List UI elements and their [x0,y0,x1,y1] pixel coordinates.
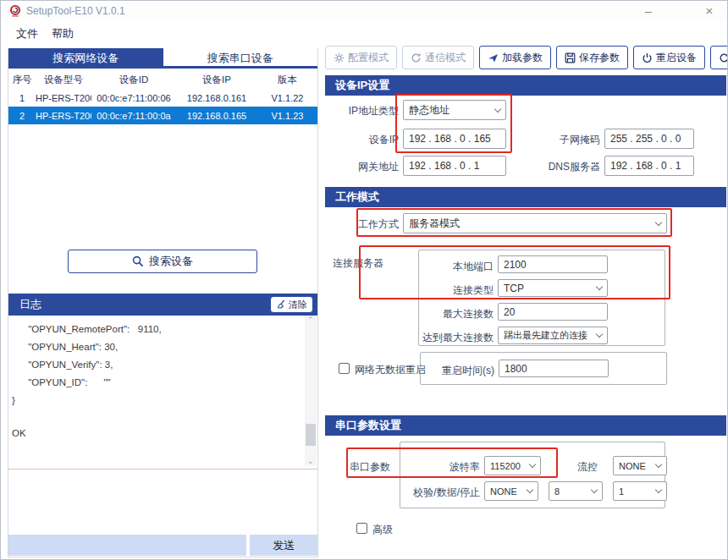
send-input[interactable] [8,535,246,556]
log-title: 日志 [19,298,41,310]
conn-type-dropdown[interactable]: TCP [498,279,608,297]
menu-help[interactable]: 帮助 [47,25,79,43]
broom-icon [276,299,286,310]
minimize-button[interactable]: – [637,3,659,19]
scroll-thumb[interactable] [306,424,316,446]
power-icon [642,52,653,63]
device-ip-input[interactable]: 192 . 168 . 0 . 165 [403,129,506,149]
chevron-down-icon [596,283,603,290]
col-device-ip: 设备IP [176,74,257,86]
work-mode-label: 工作方式 [314,217,399,232]
log-line: "OPYUN_Verify": 3, [8,356,317,374]
table-row[interactable]: 1 HP-ERS-T200 00:0c:e7:11:00:06 192.168.… [8,89,317,107]
app-window: SetupTool-E10 V1.0.1 – × 文件 帮助 搜索网络设备 搜索… [0,0,728,560]
col-model: 设备型号 [36,74,91,86]
parity-data-stop-label: 校验/数据/停止 [395,486,480,500]
log-line: "OPYUN_Heart": 30, [8,338,317,356]
advanced-checkbox[interactable] [356,523,367,534]
chevron-down-icon [591,486,598,493]
menu-file[interactable]: 文件 [11,25,43,43]
section-header-serial-params: 串口参数设置 [325,415,726,436]
restart-device-button[interactable]: 重启设备 [633,46,705,69]
work-mode-dropdown[interactable]: 服务器模式 [403,213,667,233]
title-bar: SetupTool-E10 V1.0.1 – × [1,1,727,21]
search-device-label: 搜索设备 [149,254,193,269]
device-table-header: 序号 设备型号 设备ID 设备IP 版本 [8,71,317,89]
max-conn-label: 最大连接数 [409,307,494,321]
dns-input[interactable]: 192 . 168 . 0 . 1 [604,156,694,176]
send-button[interactable]: 发送 [250,535,317,556]
section-header-device-ip: 设备IP设置 [325,75,726,96]
flow-dropdown[interactable]: NONE [613,456,667,475]
flow-label: 流控 [555,460,598,475]
local-port-input[interactable]: 2100 [498,255,608,273]
close-button[interactable]: × [698,3,720,19]
baud-label: 波特率 [412,460,480,475]
restore-defaults-button[interactable]: 恢复默认设置 [710,46,728,69]
save-params-button[interactable]: 保存参数 [556,46,628,69]
max-conn-policy-label: 达到最大连接数 [400,331,494,345]
comm-mode-button[interactable]: 通信模式 [402,46,474,69]
chevron-down-icon [527,486,533,493]
save-icon [565,52,576,63]
chevron-down-icon [655,486,662,493]
clear-log-button[interactable]: 清除 [270,296,313,313]
log-line: "OPYUN_ID": "" [8,374,317,392]
col-device-id: 设备ID [91,74,176,86]
device-tabs: 搜索网络设备 搜索串口设备 [8,48,317,69]
baud-dropdown[interactable]: 115200 [484,456,541,475]
tab-search-network-devices[interactable]: 搜索网络设备 [8,48,163,66]
paper-plane-icon [488,52,499,63]
config-mode-button[interactable]: 配置模式 [325,46,397,69]
gateway-input[interactable]: 192 . 168 . 0 . 1 [403,156,506,176]
data-bits-dropdown[interactable]: 8 [549,481,603,501]
load-params-button[interactable]: 加载参数 [479,46,551,69]
search-icon [132,255,144,267]
section-header-work-mode: 工作模式 [325,187,726,207]
advanced-label: 高级 [372,523,393,537]
window-title: SetupTool-E10 V1.0.1 [26,5,125,17]
scroll-up-icon[interactable]: ⌃ [307,317,313,323]
ip-type-dropdown[interactable]: 静态地址 [403,100,506,120]
gateway-label: 网关地址 [314,160,399,174]
scroll-down-icon[interactable]: ⌄ [307,458,313,464]
comm-icon [411,52,422,63]
log-area[interactable]: "OPYUN_RemotePort": 9110, "OPYUN_Heart":… [8,316,317,469]
max-conn-input[interactable]: 20 [498,303,608,321]
max-conn-policy-dropdown[interactable]: 踢出最先建立的连接 [498,327,608,344]
search-device-button[interactable]: 搜索设备 [68,250,257,273]
parity-dropdown[interactable]: NONE [484,481,538,501]
log-header: 日志 清除 [8,294,317,316]
menu-bar: 文件 帮助 [1,21,727,45]
log-line: } [8,392,317,409]
col-version: 版本 [257,74,317,86]
app-logo-icon [8,4,22,18]
no-data-restart-checkbox[interactable] [339,363,350,374]
table-row-selected[interactable]: 2 HP-ERS-T200 00:0c:e7:11:00:0a 192.168.… [8,107,317,124]
ip-type-label: IP地址类型 [314,104,399,118]
stop-bits-dropdown[interactable]: 1 [613,481,667,501]
left-panel: 搜索网络设备 搜索串口设备 序号 设备型号 设备ID 设备IP 版本 1 HP-… [8,48,318,557]
subnet-input[interactable]: 255 . 255 . 0 . 0 [604,129,694,149]
restart-time-input[interactable]: 1800 [499,360,609,377]
serial-params-label: 串口参数 [350,460,400,475]
toolbar: 配置模式 通信模式 加载参数 保存参数 [325,46,726,70]
tab-search-serial-devices[interactable]: 搜索串口设备 [163,48,318,66]
refresh-icon [719,52,728,63]
send-row: 发送 [8,535,317,556]
conn-type-label: 连接类型 [409,283,494,298]
chevron-down-icon [494,105,501,112]
log-ok-line: OK [12,428,26,438]
log-scrollbar[interactable]: ⌃ ⌄ [305,316,317,466]
chevron-down-icon [655,218,662,225]
device-table: 序号 设备型号 设备ID 设备IP 版本 1 HP-ERS-T200 00:0c… [8,71,317,124]
log-line: "OPYUN_RemotePort": 9110, [8,321,317,338]
subnet-label: 子网掩码 [516,133,600,147]
chevron-down-icon [655,461,662,468]
connect-server-label: 连接服务器 [333,256,405,271]
chevron-down-icon [529,461,536,468]
local-port-label: 本地端口 [409,260,494,274]
device-ip-label: 设备IP [314,133,399,147]
dns-label: DNS服务器 [516,160,600,174]
col-index: 序号 [8,74,36,86]
